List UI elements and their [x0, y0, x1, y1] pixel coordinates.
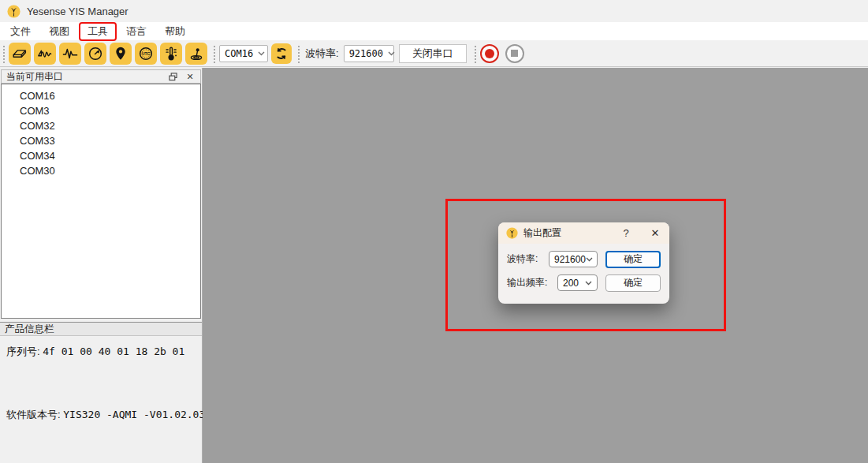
toolbar-grip[interactable]: [212, 44, 216, 63]
toolbar-grip[interactable]: [296, 44, 300, 63]
app-window: Yesense YIS Manager 文件 视图 工具 语言 帮助: [0, 0, 868, 463]
close-panel-button[interactable]: ✕: [184, 71, 196, 82]
port-list-item[interactable]: COM3: [2, 103, 200, 118]
menu-tools[interactable]: 工具: [79, 22, 117, 41]
stop-square-icon: [511, 50, 518, 57]
baud-combo[interactable]: 921600: [344, 45, 394, 62]
dialog-rate-ok-button[interactable]: 确定: [605, 274, 661, 292]
dialog-baud-combo[interactable]: 921600: [549, 251, 598, 267]
menu-file[interactable]: 文件: [2, 24, 39, 39]
dialog-baud-label: 波特率:: [507, 252, 538, 266]
baud-combo-value: 921600: [349, 48, 383, 59]
dialog-title-bar: 输出配置 ? ✕: [498, 222, 669, 244]
software-version-row: 软件版本号: YIS320 -AQMI -V01.02.03;: [6, 408, 211, 422]
chevron-down-icon: [585, 281, 592, 286]
dialog-help-button[interactable]: ?: [620, 227, 632, 239]
temperature-button[interactable]: [160, 43, 182, 65]
cube-icon: [11, 45, 28, 62]
3d-model-button[interactable]: [9, 43, 31, 65]
refresh-ports-button[interactable]: [271, 43, 292, 64]
info-panel-header: 产品信息栏: [0, 322, 202, 336]
toolbar: UTC COM16 波特率:: [0, 40, 868, 67]
record-button[interactable]: [480, 44, 499, 63]
software-version-label: 软件版本号:: [6, 409, 61, 420]
dialog-rate-value: 200: [563, 278, 579, 289]
app-logo-icon: [7, 5, 20, 18]
toolbar-grip[interactable]: [473, 44, 477, 63]
port-list-item[interactable]: COM30: [2, 163, 200, 178]
dialog-rate-label: 输出频率:: [507, 276, 547, 289]
menu-language[interactable]: 语言: [117, 24, 155, 39]
raw-wave-button[interactable]: [59, 43, 81, 65]
utc-clock-icon: UTC: [137, 45, 155, 62]
angle-wave-icon: [36, 45, 54, 62]
angle-wave-button[interactable]: [34, 43, 56, 65]
chevron-down-icon: [388, 51, 395, 56]
serial-number-label: 序列号:: [6, 345, 40, 357]
output-rate-row: 输出频率: 200 确定: [507, 274, 661, 291]
title-bar: Yesense YIS Manager: [0, 0, 868, 22]
stop-button[interactable]: [505, 44, 524, 63]
menu-help[interactable]: 帮助: [156, 24, 194, 39]
attitude-button[interactable]: [185, 43, 207, 65]
serial-number-value: 4f 01 00 40 01 18 2b 01: [43, 345, 184, 357]
float-icon: [169, 73, 177, 81]
utc-clock-button[interactable]: UTC: [135, 43, 157, 65]
ports-panel-header: 当前可用串口 ✕: [1, 69, 201, 84]
ports-panel-title: 当前可用串口: [6, 70, 161, 84]
baud-rate-row: 波特率: 921600 确定: [507, 251, 661, 267]
left-dock-panel: 当前可用串口 ✕ COM16 COM3 COM32 COM33 COM34 CO…: [0, 68, 203, 463]
record-dot-icon: [485, 49, 494, 58]
baud-rate-label: 波特率:: [305, 47, 339, 61]
close-serial-port-button[interactable]: 关闭串口: [399, 44, 467, 63]
refresh-icon: [274, 46, 289, 62]
chevron-down-icon: [586, 257, 593, 262]
pulse-wave-icon: [61, 45, 79, 62]
chevron-down-icon: [258, 51, 265, 56]
software-version-value: YIS320 -AQMI -V01.02.03;: [63, 409, 211, 420]
port-combo[interactable]: COM16: [219, 45, 268, 62]
workspace: 输出配置 ? ✕ 波特率: 921600 确定 输出频率:: [203, 68, 868, 463]
dialog-title: 输出配置: [523, 226, 614, 240]
port-list-item[interactable]: COM34: [2, 148, 200, 163]
svg-text:UTC: UTC: [142, 51, 151, 55]
serial-number-row: 序列号: 4f 01 00 40 01 18 2b 01: [6, 345, 184, 359]
dialog-logo-icon: [506, 227, 518, 239]
float-panel-button[interactable]: [167, 71, 178, 82]
location-pin-icon: [112, 45, 129, 62]
menu-bar: 文件 视图 工具 语言 帮助: [0, 22, 868, 40]
attitude-stick-icon: [188, 45, 205, 62]
gauge-icon: [87, 45, 104, 62]
output-config-dialog: 输出配置 ? ✕ 波特率: 921600 确定 输出频率:: [498, 222, 669, 304]
thermometer-icon: [162, 45, 180, 62]
gauge-button[interactable]: [84, 43, 106, 65]
location-button[interactable]: [110, 43, 132, 65]
toolbar-grip[interactable]: [2, 44, 6, 63]
menu-view[interactable]: 视图: [40, 24, 78, 39]
port-list-item[interactable]: COM16: [2, 88, 200, 103]
dialog-rate-combo[interactable]: 200: [557, 274, 598, 291]
dialog-close-button[interactable]: ✕: [649, 227, 661, 239]
port-list: COM16 COM3 COM32 COM33 COM34 COM30: [1, 84, 201, 319]
window-title: Yesense YIS Manager: [27, 6, 129, 17]
dialog-baud-ok-button[interactable]: 确定: [605, 251, 661, 268]
port-combo-value: COM16: [225, 48, 253, 59]
port-list-item[interactable]: COM33: [2, 133, 200, 148]
port-list-item[interactable]: COM32: [2, 118, 200, 133]
dialog-baud-value: 921600: [554, 254, 586, 265]
